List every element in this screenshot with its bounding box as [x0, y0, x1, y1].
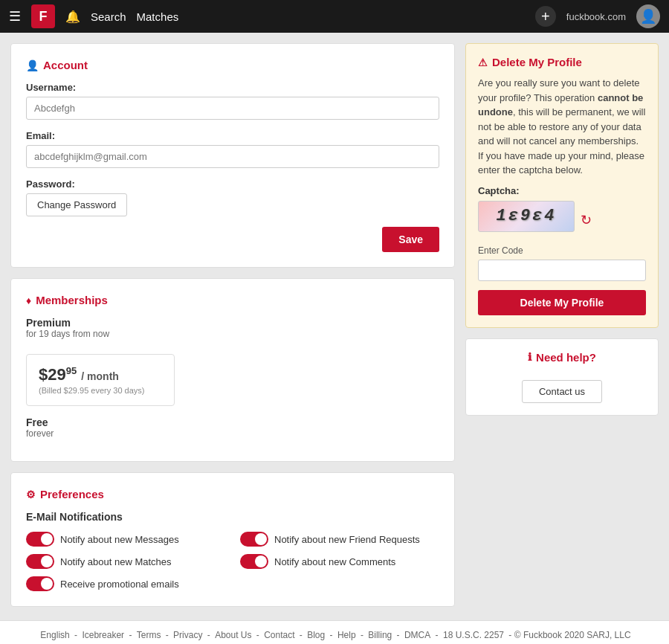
toggle-friend-requests[interactable] [240, 532, 268, 547]
footer-copyright: © Fuckbook 2020 SARJ, LLC [514, 630, 631, 640]
billing-note: (Billed $29.95 every 30 days) [39, 386, 162, 395]
membership-price-box: $2995 / month (Billed $29.95 every 30 da… [26, 354, 175, 406]
footer-link-6[interactable]: Blog [307, 630, 325, 640]
save-row: Save [26, 227, 439, 252]
info-icon: ℹ [528, 351, 531, 363]
footer-link-0[interactable]: English [40, 630, 69, 640]
footer-link-4[interactable]: About Us [215, 630, 251, 640]
avatar[interactable]: 👤 [636, 4, 660, 28]
notif-label-friend-requests: Notify about new Friend Requests [274, 534, 420, 545]
captcha-label: Captcha: [478, 185, 646, 196]
search-link[interactable]: Search [91, 10, 126, 23]
premium-tier: Premium for 19 days from now [26, 317, 439, 339]
nav-username: fuckbook.com [566, 11, 626, 22]
captcha-refresh-icon[interactable]: ↻ [581, 212, 592, 228]
email-group: Email: [26, 130, 439, 168]
username-label: Username: [26, 82, 439, 93]
notif-item-new-messages: Notify about new Messages [26, 532, 225, 547]
memberships-section-title: ♦ Memberships [26, 294, 439, 306]
notif-label-promo-emails: Receive promotional emails [60, 579, 179, 590]
page-wrapper: 👤 Account Username: Email: Password: Cha… [0, 33, 669, 607]
memberships-card: ♦ Memberships Premium for 19 days from n… [10, 278, 455, 462]
account-card: 👤 Account Username: Email: Password: Cha… [10, 43, 455, 268]
plus-button[interactable]: + [535, 6, 556, 27]
email-input[interactable] [26, 145, 439, 168]
footer-link-10[interactable]: 18 U.S.C. 2257 [443, 630, 504, 640]
footer-links: English - Icebreaker - Terms - Privacy -… [38, 630, 506, 640]
enter-code-label: Enter Code [478, 245, 646, 256]
price-amount: $2995 / month [39, 365, 119, 384]
footer-link-1[interactable]: Icebreaker [82, 630, 124, 640]
preferences-section-title: ⚙ Preferences [26, 488, 439, 500]
notif-label-new-comments: Notify about new Comments [274, 556, 395, 567]
contact-us-button[interactable]: Contact us [522, 380, 602, 403]
diamond-icon: ♦ [26, 294, 31, 306]
footer-link-2[interactable]: Terms [137, 630, 161, 640]
toggle-promo-emails[interactable] [26, 576, 54, 591]
captcha-image: 1ε9ε4 [478, 201, 575, 232]
footer-link-9[interactable]: DMCA [404, 630, 430, 640]
navbar: ☰ F 🔔 Search Matches + fuckbook.com 👤 [0, 0, 669, 33]
footer: English - Icebreaker - Terms - Privacy -… [0, 620, 669, 644]
right-column: ⚠ Delete My Profile Are you really sure … [465, 43, 659, 416]
matches-link[interactable]: Matches [137, 10, 179, 23]
warning-icon: ⚠ [478, 57, 488, 68]
footer-link-7[interactable]: Help [337, 630, 356, 640]
premium-label: Premium [26, 317, 439, 329]
bell-icon[interactable]: 🔔 [65, 10, 80, 24]
username-input[interactable] [26, 97, 439, 120]
notif-item-friend-requests: Notify about new Friend Requests [240, 532, 439, 547]
notif-label-new-messages: Notify about new Messages [60, 534, 179, 545]
footer-link-8[interactable]: Billing [368, 630, 392, 640]
footer-link-3[interactable]: Privacy [173, 630, 202, 640]
user-icon: 👤 [26, 59, 39, 71]
logo[interactable]: F [31, 4, 55, 28]
free-sub: forever [26, 428, 439, 439]
preferences-card: ⚙ Preferences E-Mail Notifications Notif… [10, 472, 455, 607]
notif-item-new-comments: Notify about new Comments [240, 554, 439, 569]
gear-icon: ⚙ [26, 489, 36, 500]
email-label: Email: [26, 130, 439, 141]
notifications-grid: Notify about new MessagesNotify about ne… [26, 532, 439, 591]
password-group: Password: Change Password [26, 178, 439, 216]
email-notif-title: E-Mail Notifications [26, 511, 439, 523]
notif-item-new-matches: Notify about new Matches [26, 554, 225, 569]
hamburger-icon[interactable]: ☰ [9, 8, 21, 25]
captcha-input[interactable] [478, 260, 646, 281]
free-tier: Free forever [26, 416, 439, 439]
delete-warning-text: Are you really sure you want to delete y… [478, 76, 646, 178]
change-password-button[interactable]: Change Password [26, 193, 127, 216]
help-card: ℹ Need help? Contact us [465, 338, 659, 416]
left-column: 👤 Account Username: Email: Password: Cha… [10, 43, 455, 607]
premium-sub: for 19 days from now [26, 329, 439, 339]
delete-profile-button[interactable]: Delete My Profile [478, 290, 646, 315]
notif-label-new-matches: Notify about new Matches [60, 556, 172, 567]
username-group: Username: [26, 82, 439, 120]
password-label: Password: [26, 178, 439, 190]
delete-profile-card: ⚠ Delete My Profile Are you really sure … [465, 43, 659, 328]
footer-link-5[interactable]: Contact [264, 630, 294, 640]
toggle-new-matches[interactable] [26, 554, 54, 569]
save-button[interactable]: Save [382, 227, 439, 252]
help-section-title: ℹ Need help? [478, 351, 646, 364]
account-section-title: 👤 Account [26, 59, 439, 71]
notif-item-promo-emails: Receive promotional emails [26, 576, 439, 591]
delete-section-title: ⚠ Delete My Profile [478, 56, 646, 68]
toggle-new-messages[interactable] [26, 532, 54, 547]
captcha-row: 1ε9ε4 ↻ [478, 201, 646, 239]
free-label: Free [26, 416, 439, 428]
toggle-new-comments[interactable] [240, 554, 268, 569]
